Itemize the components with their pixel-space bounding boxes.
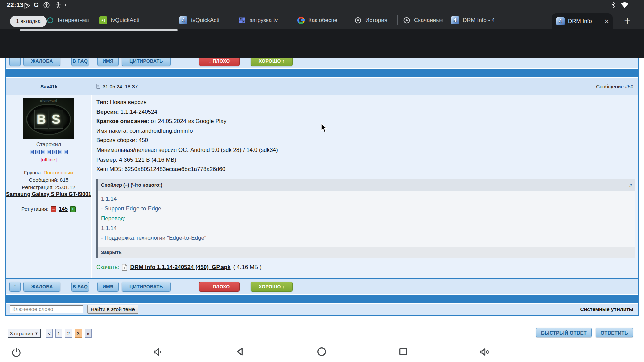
tab-tvquickactions-1[interactable]: tvQuickActi	[95, 11, 173, 29]
fourpda-icon: 4	[556, 17, 565, 25]
tab-kak-obespe[interactable]: Как обеспе	[293, 11, 348, 29]
page-2-button[interactable]: 2	[65, 329, 72, 338]
accessibility-circle-icon	[43, 2, 50, 10]
volume-low-icon[interactable]	[152, 346, 164, 359]
tab-internet[interactable]: Інтернет-ма	[44, 11, 93, 29]
tab-separator	[94, 15, 94, 25]
bad-button[interactable]: ↓ ПЛОХО	[199, 58, 240, 66]
user-posts: Сообщений: 815	[6, 177, 91, 183]
nav-home-button[interactable]	[316, 346, 327, 358]
post-field: Имя пакета: com.androidfung.drminfo	[96, 126, 635, 136]
good-button[interactable]: ХОРОШО ↑	[251, 282, 293, 292]
download-link[interactable]: DRM Info 1.1.14-240524 (450)_GP.apk	[130, 264, 230, 271]
quote-button[interactable]: ЦИТИРОВАТЬ	[122, 58, 171, 66]
forum-content: ↑ ЖАЛОБА В FAQ ИМЯ ЦИТИРОВАТЬ ↓ ПЛОХО ХО…	[5, 58, 639, 316]
tab-tvquickactions-2[interactable]: 4 tvQuickActi	[175, 11, 232, 29]
tab-separator	[233, 15, 233, 25]
pages-dropdown[interactable]: 3 страниц ▼	[8, 329, 41, 338]
progress-bar	[20, 29, 178, 31]
page-prev-button[interactable]: <	[46, 329, 53, 338]
search-button[interactable]: Найти в этой теме	[87, 305, 138, 314]
quick-reply-button[interactable]: БЫСТРЫЙ ОТВЕТ	[536, 328, 592, 337]
search-input[interactable]	[10, 305, 83, 313]
mouse-cursor	[321, 123, 329, 134]
spoiler-line: Перевод:	[101, 214, 632, 223]
faq-button[interactable]: В FAQ	[71, 58, 89, 66]
report-button[interactable]: ЖАЛОБА	[23, 282, 60, 292]
tab-title: Інтернет-ма	[58, 17, 89, 24]
post-actions-row-top: ↑ ЖАЛОБА В FAQ ИМЯ ЦИТИРОВАТЬ ↓ ПЛОХО ХО…	[6, 58, 638, 68]
faq-button[interactable]: В FAQ	[71, 282, 89, 292]
google-g-favicon-icon	[297, 16, 305, 24]
post-author-link[interactable]: Sav41k	[40, 84, 58, 89]
rep-value-link[interactable]: 145	[59, 206, 68, 212]
avatar[interactable]: Bioneward B S	[23, 98, 74, 139]
rep-pips	[6, 150, 91, 154]
tab-close-icon[interactable]: ✕	[604, 18, 609, 25]
topic-search-row: Найти в этой теме Системные утилиты	[6, 304, 638, 315]
tab-title: tvQuickActi	[111, 17, 139, 24]
spoiler-anchor-link[interactable]: #	[629, 182, 632, 188]
status-time: 22:13	[7, 1, 24, 9]
post-field: Тип: Новая версия	[96, 98, 635, 107]
page-next-button[interactable]: »	[85, 329, 92, 338]
spoiler-content: 1.1.14 - Support Edge-to-Edge Перевод: 1…	[98, 191, 635, 247]
new-tab-button[interactable]: +	[621, 15, 634, 28]
download-size: ( 4.16 МБ )	[233, 264, 262, 271]
tab-separator	[174, 15, 174, 25]
tab-drm-info-1[interactable]: 4 DRM Info - 4	[448, 11, 548, 29]
name-button[interactable]: ИМЯ	[97, 58, 119, 66]
power-icon[interactable]	[10, 346, 22, 360]
tab-separator	[292, 15, 292, 25]
tab-title: DRM Info - 4	[463, 17, 495, 24]
avatar-artwork: B S	[27, 105, 70, 134]
reply-button[interactable]: ОТВЕТИТЬ	[596, 328, 633, 337]
tab-separator	[397, 15, 398, 25]
user-group: Постоянный	[44, 170, 73, 175]
name-button[interactable]: ИМЯ	[97, 282, 119, 292]
tab-title: Скачанные	[414, 17, 443, 24]
post-field: Размер: 4 365 121 B (4,16 MB)	[96, 155, 635, 165]
tab-separator	[447, 15, 447, 25]
spoiler-title: Спойлер (–) (Что нового:)	[101, 182, 162, 188]
scroll-top-button[interactable]: ↑	[9, 58, 21, 66]
spoiler-close-link[interactable]: Закрыть	[98, 247, 635, 258]
avatar-letter: B	[34, 110, 48, 129]
good-button[interactable]: ХОРОШО ↑	[251, 58, 293, 66]
post-field: Версия сборки: 450	[96, 136, 635, 145]
group-label: Группа:	[24, 170, 42, 175]
tab-title: Как обеспе	[308, 17, 337, 24]
bad-button[interactable]: ↓ ПЛОХО	[199, 282, 240, 292]
browser-top-chrome: 22:13 G 1 вкладка Інтернет-ма	[0, 0, 644, 29]
volume-icon[interactable]	[479, 346, 490, 359]
page-1-button[interactable]: 1	[55, 329, 62, 338]
rep-plus-button[interactable]: +	[70, 206, 76, 212]
tab-title: История	[365, 17, 387, 24]
post-message-link[interactable]: #50	[625, 84, 633, 89]
browser-toolbar: 4pda.to/forum/index.php?showtopic=908756…	[0, 29, 644, 58]
user-rank: Старожил	[6, 142, 91, 148]
spoiler-line: 1.1.14	[101, 223, 632, 233]
divider	[6, 315, 638, 316]
scroll-top-button[interactable]: ↑	[9, 282, 21, 292]
post-body: Bioneward B S Старожил [offline] Группа:…	[6, 95, 638, 278]
tab-history[interactable]: История	[350, 11, 397, 29]
nav-back-button[interactable]	[235, 346, 246, 358]
report-button[interactable]: ЖАЛОБА	[23, 58, 60, 66]
quote-button[interactable]: ЦИТИРОВАТЬ	[122, 282, 171, 292]
user-device-link[interactable]: Samsung Galaxy S Plus GT-I9001	[6, 191, 91, 197]
rep-minus-button[interactable]: –	[51, 206, 56, 212]
page-3-button[interactable]: 3	[75, 329, 82, 338]
bluetooth-icon	[610, 1, 616, 10]
pagination: 3 страниц ▼ < 1 2 3 »	[8, 329, 92, 338]
avatar-caption: Bioneward	[23, 99, 74, 102]
spoiler-line: - Поддержка технологии "Edge-to-Edge"	[101, 233, 632, 243]
tab-downloads[interactable]: Скачанные	[398, 11, 446, 29]
forum-page: ↑ ЖАЛОБА В FAQ ИМЯ ЦИТИРОВАТЬ ↓ ПЛОХО ХО…	[0, 58, 644, 342]
active-tab-drm-info[interactable]: 4 DRM Info ✕	[552, 13, 613, 29]
fourpda-icon: 4	[179, 16, 187, 24]
tab-zagruzka[interactable]: загрузка tv	[234, 11, 291, 29]
nav-recents-button[interactable]	[398, 346, 409, 358]
tabs-pill[interactable]: 1 вкладка	[10, 16, 47, 27]
spoiler-header[interactable]: Спойлер (–) (Что нового:) #	[98, 179, 635, 191]
